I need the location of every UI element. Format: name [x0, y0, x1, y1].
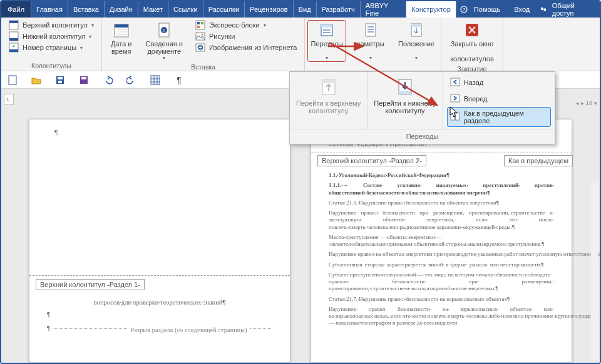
goto-header-icon: [319, 77, 339, 97]
footer-icon: [9, 31, 19, 41]
body-line: вопросов·для·проверки·теоретических·знан…: [47, 298, 272, 307]
tab-developer[interactable]: Разработч: [317, 1, 361, 18]
svg-rect-46: [151, 76, 160, 84]
group-label: Вставка: [191, 62, 215, 71]
btn-doc-info[interactable]: i Сведения о документе▾: [142, 20, 187, 62]
svg-rect-12: [115, 24, 128, 28]
svg-rect-56: [451, 94, 460, 102]
group-header-footer: Верхний колонтитул ▾ Нижний колонтитул ▾…: [1, 18, 102, 71]
svg-rect-59: [451, 113, 455, 114]
btn-transitions[interactable]: Переходы▾: [307, 20, 346, 62]
svg-rect-60: [455, 113, 460, 114]
back-icon: [450, 77, 460, 88]
share-button[interactable]: Общий доступ: [536, 2, 596, 17]
qat-new[interactable]: [8, 75, 18, 85]
svg-rect-22: [197, 26, 200, 28]
link-prev-icon: [450, 111, 460, 123]
para: Нарушение· правил· безопасности· при· ра…: [329, 210, 554, 231]
para: Нарушение·правил·на·объектах·энергетики·…: [329, 251, 554, 258]
svg-rect-43: [58, 81, 62, 83]
svg-rect-52: [322, 79, 335, 83]
qat-redo[interactable]: [126, 75, 136, 85]
svg-rect-5: [9, 21, 18, 23]
qat-undo[interactable]: [103, 75, 113, 85]
tab-design[interactable]: Дизайн: [105, 1, 138, 18]
svg-rect-54: [399, 91, 411, 94]
btn-bot-footer[interactable]: Нижний колонтитул ▾: [6, 31, 94, 41]
svg-rect-21: [201, 22, 203, 24]
svg-rect-28: [321, 24, 332, 28]
tab-designer[interactable]: Конструктор: [406, 1, 456, 18]
popup-back[interactable]: Назад: [447, 74, 551, 91]
ruler-right-marker: ◂ ▸ 18 ▾: [576, 100, 597, 106]
header-tag-section2: Верхний колонтитул -Раздел 2-: [317, 155, 426, 166]
para: Место·преступления·—·объекты·энергетики·…: [329, 234, 554, 248]
svg-point-2: [541, 8, 543, 10]
tab-abbyy[interactable]: ABBYY Fine: [361, 1, 406, 18]
btn-pictures[interactable]: Рисунки: [193, 31, 238, 41]
para: Субъект·преступления·специальный·—·это·л…: [329, 271, 554, 293]
qat-table[interactable]: [150, 75, 160, 85]
para: 1.1.1.·→ Состав· уголовно· наказуемых· п…: [329, 182, 554, 196]
btn-online-pictures[interactable]: Изображения из Интернета: [193, 43, 299, 53]
transition-icon: [318, 21, 336, 39]
para: Статья·21.5.·Нарушение·правил·безопаснос…: [329, 200, 554, 206]
svg-rect-7: [9, 38, 18, 41]
popup-footer-label: Переходы: [290, 129, 555, 144]
para: Нарушение· правил· безопасности· на· взр…: [329, 306, 554, 327]
btn-top-header[interactable]: Верхний колонтитул ▾: [6, 20, 96, 30]
header-area-1[interactable]: ¶ Верхний колонтитул -Раздел 1-: [29, 119, 290, 276]
tab-layout[interactable]: Макет: [138, 1, 168, 18]
tab-mailings[interactable]: Рассылки: [203, 1, 245, 18]
goto-footer-icon: [395, 77, 415, 97]
tab-view[interactable]: Вид: [294, 1, 317, 18]
tab-insert[interactable]: Вставка: [68, 1, 105, 18]
pagenum-icon: #: [9, 43, 19, 53]
svg-rect-40: [9, 76, 16, 84]
transitions-popup: Перейти к верхнему колонтитулу Перейти к…: [289, 71, 555, 144]
popup-goto-footer[interactable]: Перейти к нижнему колонтитулу: [372, 76, 437, 116]
header-tag-sameasprev: Как в предыдущем: [504, 155, 573, 166]
ruler-corner: L: [4, 94, 14, 105]
page-section-2: ¶ оссийской· Федерации· в·строительства¶…: [311, 119, 572, 363]
vertical-scrollbar[interactable]: [591, 183, 598, 360]
btn-page-number[interactable]: #Номер страницы ▾: [6, 43, 85, 53]
svg-point-3: [544, 8, 546, 11]
btn-position[interactable]: Положение▾: [394, 20, 438, 62]
tab-home[interactable]: Главная: [31, 1, 68, 18]
calendar-icon: [113, 21, 130, 39]
file-tab[interactable]: Файл: [1, 1, 31, 18]
svg-text:?: ?: [463, 7, 466, 13]
qat-open[interactable]: [31, 75, 41, 85]
svg-text:i: i: [163, 28, 165, 33]
help-button[interactable]: ?Помощь: [456, 6, 508, 13]
forward-icon: [450, 93, 460, 104]
btn-date-time[interactable]: Дата и время: [107, 20, 136, 56]
svg-rect-10: [9, 49, 18, 52]
group-insert: Дата и время i Сведения о документе▾ Экс…: [102, 18, 305, 71]
heading: 1.1.·Уголовный·Кодекс·Российской·Федерац…: [329, 172, 554, 179]
btn-close-headerfooter[interactable]: Закрыть окноколонтитулов: [446, 20, 498, 64]
svg-rect-20: [197, 22, 200, 24]
group-close: Закрыть окноколонтитулов Закрытие: [441, 18, 503, 71]
docinfo-icon: i: [155, 21, 173, 39]
tab-review[interactable]: Рецензиров: [245, 1, 294, 18]
tab-bar: Файл Главная Вставка Дизайн Макет Ссылки…: [1, 1, 600, 18]
svg-rect-31: [366, 24, 376, 36]
tab-references[interactable]: Ссылки: [168, 1, 203, 18]
group-label: Колонтитулы: [31, 61, 71, 69]
signin-button[interactable]: Вход: [510, 6, 533, 13]
popup-goto-header: Перейти к верхнему колонтитулу: [295, 76, 362, 116]
qat-save[interactable]: [55, 75, 65, 85]
popup-forward[interactable]: Вперед: [447, 91, 551, 107]
doc-body-2: 1.1.·Уголовный·Кодекс·Российской·Федерац…: [311, 153, 572, 336]
btn-quickparts[interactable]: Экспресс-блоки ▾: [193, 20, 269, 30]
popup-link-to-previous[interactable]: Как в предыдущем разделе: [447, 107, 551, 127]
svg-point-24: [201, 34, 203, 36]
qat-save2[interactable]: [79, 75, 89, 85]
qat-paragraph[interactable]: ¶: [174, 75, 184, 85]
svg-rect-45: [81, 77, 86, 79]
btn-parameters[interactable]: раметры▾: [352, 20, 388, 62]
header-tag-section1: Верхний колонтитул -Раздел 1-: [36, 279, 145, 290]
para: Субъективная· сторона· характеризуется· …: [329, 261, 554, 268]
